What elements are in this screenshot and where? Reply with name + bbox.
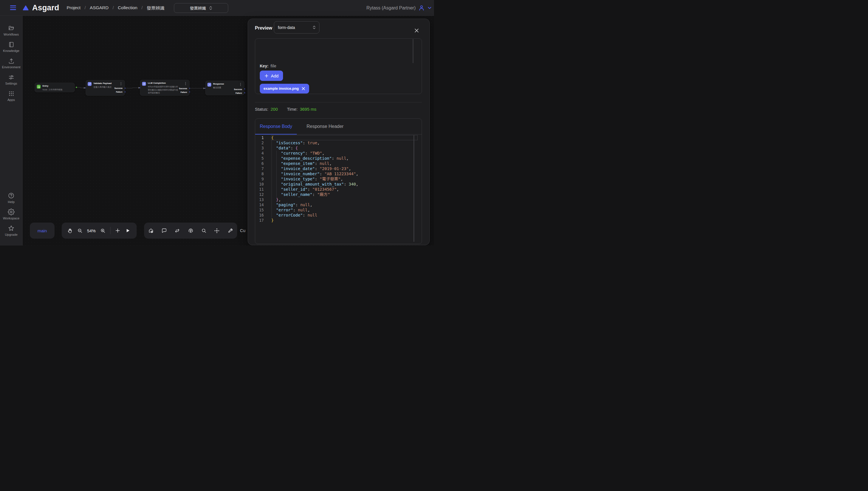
node-menu-icon[interactable] [121,82,121,85]
sidebar-item-environment[interactable]: Environment [0,55,22,71]
time-value: 3695 ms [300,107,317,112]
book-icon [8,41,15,48]
sidebar-item-help[interactable]: Help [0,190,22,206]
node-response[interactable]: Response 輸出回應 Success Failure [206,81,245,95]
brand[interactable]: Asgard [23,3,59,12]
node-menu-icon[interactable] [185,82,186,85]
zoom-out-icon[interactable] [77,228,83,233]
branch-button[interactable]: main [30,223,55,239]
sidebar-item-workspace[interactable]: Workspace [0,206,22,222]
line-number: 16 [255,212,264,218]
breadcrumb-separator: / [141,5,143,10]
breadcrumb-current[interactable]: 發票辨識 [147,5,164,11]
sidebar-item-knowledge[interactable]: Knowledge [0,39,22,55]
add-home-node-icon[interactable] [148,228,154,233]
zoom-in-icon[interactable] [100,228,106,233]
sidebar-item-apps[interactable]: Apps [0,88,22,104]
add-node-icon[interactable] [115,228,120,233]
breadcrumb-project[interactable]: Project [66,5,80,10]
line-number: 6 [255,161,264,166]
node-menu-icon[interactable] [240,83,241,86]
sidebar-footer: Help Workspace Upgrade [0,183,22,239]
top-header: Asgard Project / ASGARD / Collection / 發… [0,0,434,16]
swap-arrows-icon[interactable] [174,228,180,234]
key-label: Key: [260,64,268,68]
hamburger-menu-icon[interactable] [10,5,16,10]
code-line-text: "invoice_number": "AB 11223344", [271,171,418,176]
node-title: Entry [43,85,48,87]
workflow-dropdown[interactable]: 發票辨識 [174,3,228,13]
wrench-tool-icon[interactable] [227,228,233,233]
sidebar-item-label: Workflows [4,33,19,36]
port-dot-entry-out[interactable] [76,87,77,88]
port-label-success[interactable]: Success [179,87,187,90]
node-title: LLM Completion [148,82,166,84]
code-line: 7 "invoice_date": "2019-01-23", [255,166,422,171]
preview-mode-dropdown[interactable]: form-data [274,21,320,34]
code-token [271,213,276,218]
panel-title: Preview [255,26,272,31]
code-token: null [320,161,329,166]
search-icon[interactable] [201,228,207,233]
person-icon [418,5,425,11]
code-token: "廠方" [317,192,330,197]
node-entry[interactable]: Entry Node: 工作流程的起點 [35,83,75,92]
add-file-button-label: Add [271,74,279,78]
sidebar-item-upgrade[interactable]: Upgrade [0,222,22,239]
status-value: 200 [271,107,278,112]
code-token: : [312,192,317,197]
code-line-text: "errorCode": null [271,212,418,218]
sidebar-item-label: Settings [5,82,17,85]
port-label-success[interactable]: Success [114,87,123,89]
code-token: "seller_name" [281,192,313,197]
pan-hand-icon[interactable] [67,228,73,233]
code-token: "paging" [276,202,295,207]
port-label-failure[interactable]: Failure [116,91,123,93]
run-play-icon[interactable] [125,228,130,233]
user-menu[interactable]: Rytass (Asgard Partner) [366,0,432,16]
star-icon [8,225,15,232]
code-token: "original_amount_with_tax" [281,182,344,186]
code-token: "電子發票" [320,177,341,181]
add-file-button[interactable]: Add [260,70,283,81]
code-editor[interactable]: 1{2 "isSuccess": true,3 "data": {4 "curr… [255,135,422,244]
comment-icon[interactable] [161,228,167,233]
chip-close-icon[interactable] [301,87,305,91]
code-line-text: { [271,135,418,140]
line-number: 9 [255,176,264,181]
tab-response-body[interactable]: Response Body [255,119,297,134]
code-token: : [320,172,325,176]
code-token: { [295,146,298,150]
port-label-failure[interactable]: Failure [236,92,242,94]
code-line-text: "paging": null, [271,202,418,207]
code-line-text: "invoice_type": "電子發票", [271,176,418,181]
code-line-text: "original_amount_with_tax": 340, [271,181,418,187]
line-number: 13 [255,197,264,202]
sidebar-item-workflows[interactable]: Workflows [0,22,22,39]
form-data-box: Key:file Add example invoice.png [255,38,422,94]
code-token [271,161,281,166]
node-llm-completion[interactable]: LLM Completion 呼叫大型語言模型並產生結構化的資料輸出以輔助流程的… [140,80,189,96]
port-label-failure[interactable]: Failure [181,91,187,93]
code-token: null [307,213,317,218]
sidebar-item-settings[interactable]: Settings [0,71,22,88]
panel-separator [255,102,422,103]
node-validate-payload[interactable]: Validate Payload 定義工具的輸入格式 Success Failu… [86,80,125,96]
user-name: Rytass (Asgard Partner) [366,5,416,10]
code-token: : [291,146,295,150]
node-subtitle: 定義工具的輸入格式 [93,85,112,89]
file-chip[interactable]: example invoice.png [260,84,309,93]
tab-response-header[interactable]: Response Header [302,119,348,134]
code-token [271,141,276,145]
move-tool-icon[interactable] [214,228,220,234]
breadcrumb-asgard[interactable]: ASGARD [90,5,109,10]
breadcrumb-collection[interactable]: Collection [118,5,137,10]
locate-rotate-icon[interactable] [188,228,194,234]
scrollbar-thumb[interactable] [413,39,413,63]
close-icon[interactable] [412,26,421,35]
port-label-success[interactable]: Success [234,88,242,90]
code-line-text: "seller_id": "01234567", [271,187,418,192]
wrench-icon [208,83,212,87]
code-token: , [356,172,358,176]
code-token [271,192,281,197]
